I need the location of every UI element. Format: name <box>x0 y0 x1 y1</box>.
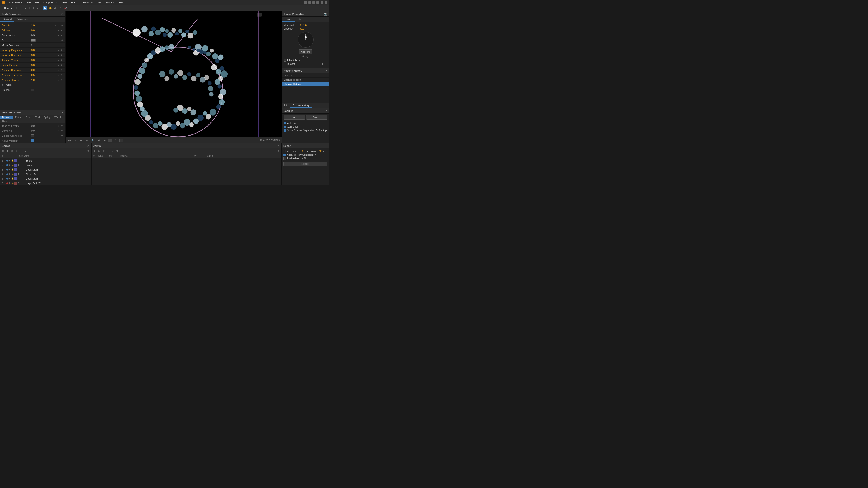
body-lock-4[interactable]: 🔒 <box>11 173 14 175</box>
body-lock-6[interactable]: 🔒 <box>11 182 14 184</box>
menu-view[interactable]: View <box>95 1 104 4</box>
body-lock-1[interactable]: 🔒 <box>11 159 14 162</box>
prop-aematic-tension-reset[interactable]: ↺ <box>57 78 60 81</box>
bodies-close[interactable]: ✕ <box>87 144 90 148</box>
btn-play[interactable]: ▶ <box>79 138 83 142</box>
bodies-tool-trash[interactable]: 🗑 <box>86 149 90 153</box>
tool-zoom-rect[interactable]: ⊕ <box>53 6 58 10</box>
joints-tool-add[interactable]: ✚ <box>101 149 105 153</box>
export-motion-blur-checkbox[interactable] <box>283 157 286 160</box>
inherit-checkbox[interactable] <box>284 59 286 62</box>
prop-density-value[interactable]: 1.0 <box>31 24 40 27</box>
tab-help[interactable]: Help <box>32 6 40 10</box>
joint-properties-close[interactable]: ✕ <box>61 111 64 114</box>
body-row-1[interactable]: 1 👁 🔒 A Bucket <box>0 158 91 163</box>
bodies-tool-delete[interactable]: ⊖ <box>10 149 14 153</box>
body-lock-3[interactable]: 🔒 <box>11 168 14 171</box>
joints-tool-wave[interactable]: 〰 <box>106 149 110 153</box>
joints-tool-select[interactable]: ⊕ <box>92 149 96 153</box>
prop-ang-vel-rand[interactable]: ⟳ <box>61 59 64 61</box>
prop-density-rand[interactable]: ⟳ <box>61 24 64 27</box>
btn-zoom-fit[interactable]: ⊕ <box>85 138 89 142</box>
bodies-tool-link[interactable]: ⊗ <box>14 149 19 153</box>
history-item-1[interactable]: Change Hidden <box>282 78 329 82</box>
prop-aematic-damp-value[interactable]: 0.5 <box>31 74 40 76</box>
prop-vel-mag-rand[interactable]: ⟳ <box>61 49 64 52</box>
joint-tension-rand[interactable]: ⟳ <box>61 125 64 127</box>
menu-file[interactable]: File <box>25 1 33 4</box>
render-button[interactable]: Render <box>283 162 327 166</box>
tool-3d[interactable]: ⊙ <box>58 6 63 10</box>
tool-pan[interactable]: ✋ <box>48 6 53 10</box>
bodies-tool-refresh[interactable]: ↺ <box>24 149 28 153</box>
right-tab-solver[interactable]: Solver <box>295 17 308 22</box>
trigger-arrow[interactable]: ▶ <box>2 84 4 86</box>
btn-step-back[interactable]: ● <box>73 138 77 142</box>
joint-damping-rand[interactable]: ⟳ <box>61 129 64 132</box>
body-eye-5[interactable]: 👁 <box>8 177 11 180</box>
body-eye-3[interactable]: 👁 <box>8 168 11 171</box>
joint-collide-reset[interactable]: ↺ <box>61 134 64 137</box>
gravity-magnitude-value[interactable]: 30.0 <box>300 24 304 26</box>
actions-history-close[interactable]: ✕ <box>325 69 327 72</box>
prop-color-reset[interactable]: ↺ <box>61 39 64 41</box>
joint-tab-piston[interactable]: Piston <box>13 116 23 119</box>
joint-tab-distance[interactable]: Distance <box>0 116 13 119</box>
prop-hidden-checkbox[interactable] <box>31 89 34 91</box>
gravity-dial[interactable] <box>298 32 313 48</box>
btn-settings-gear[interactable]: ⚙ <box>114 138 118 142</box>
prop-vel-mag-reset[interactable]: ↺ <box>57 49 60 52</box>
joints-tool-trash[interactable]: 🗑 <box>276 149 281 153</box>
joint-damping-reset[interactable]: ↺ <box>57 129 60 132</box>
right-tab-gravity[interactable]: Gravity <box>282 17 295 22</box>
prop-ang-vel-value[interactable]: 0.0 <box>31 59 40 61</box>
prop-friction-reset[interactable]: ↺ <box>57 29 60 32</box>
menu-help[interactable]: Help <box>117 1 126 4</box>
bodies-tool-up[interactable]: ↑ <box>19 149 23 153</box>
settings-auto-save-checkbox[interactable] <box>284 126 286 128</box>
joint-tension-reset[interactable]: ↺ <box>57 125 60 127</box>
btn-frame-back[interactable]: ◀ <box>97 138 101 142</box>
prop-ang-vel-reset[interactable]: ↺ <box>57 59 60 61</box>
menu-effect[interactable]: Effect <box>69 1 79 4</box>
settings-shapes-checkbox[interactable] <box>284 129 286 132</box>
prop-vel-dir-rand[interactable]: ⟳ <box>61 54 64 57</box>
prop-density-reset[interactable]: ↺ <box>57 24 60 27</box>
prop-color-swatch[interactable] <box>31 39 36 41</box>
capture-button[interactable]: Capture <box>299 50 312 54</box>
settings-auto-load-checkbox[interactable] <box>284 122 286 125</box>
joint-tab-wheel[interactable]: Wheel <box>53 116 62 119</box>
tab-general[interactable]: General <box>0 17 14 22</box>
menu-edit[interactable]: Edit <box>33 1 41 4</box>
btn-frame-fwd[interactable]: ▶ <box>103 138 107 142</box>
prop-bounciness-value[interactable]: 0.3 <box>31 34 40 37</box>
history-item-2[interactable]: Change Hidden <box>282 82 329 86</box>
bottom-right-tab-actions[interactable]: Actions History <box>290 103 311 108</box>
prop-aematic-tension-rand[interactable]: ⟳ <box>61 78 64 81</box>
joints-tool-refresh[interactable]: ↺ <box>115 149 119 153</box>
tab-newton[interactable]: Newton <box>3 6 14 10</box>
export-end-dropdown[interactable]: ▼ <box>322 150 325 153</box>
prop-aematic-tension-value[interactable]: 1.0 <box>31 78 40 81</box>
body-eye-6[interactable]: 👁 <box>8 182 11 184</box>
tab-advanced[interactable]: Advanced <box>14 17 31 22</box>
tab-panel[interactable]: Panel <box>22 6 31 10</box>
settings-save-btn[interactable]: Save... <box>306 115 328 120</box>
prop-ang-damp-value[interactable]: 0.0 <box>31 69 40 71</box>
btn-zoom-in[interactable]: 🔍 <box>91 138 95 142</box>
btn-color-rect[interactable] <box>119 139 123 142</box>
joint-tab-pivot[interactable]: Pivot <box>24 116 32 119</box>
tool-select[interactable]: ▶ <box>43 6 47 10</box>
joint-tab-weld[interactable]: Weld <box>33 116 41 119</box>
joint-tab-spring[interactable]: Spring <box>42 116 52 119</box>
body-lock-2[interactable]: 🔒 <box>11 164 14 166</box>
export-start-value[interactable]: 0 <box>302 150 303 153</box>
joint-tension-value[interactable]: 0.0 <box>31 125 35 127</box>
settings-close[interactable]: ✕ <box>325 109 327 112</box>
body-row-6[interactable]: 6 👁 🔒 B Large Ball 201 <box>0 181 91 185</box>
prop-vel-dir-reset[interactable]: ↺ <box>57 54 60 57</box>
prop-friction-value[interactable]: 0.0 <box>31 29 40 32</box>
export-end-value[interactable]: 399 <box>318 150 322 153</box>
prop-vel-mag-value[interactable]: 0.0 <box>31 49 40 52</box>
inherit-dropdown-arrow[interactable]: ▼ <box>321 63 324 65</box>
